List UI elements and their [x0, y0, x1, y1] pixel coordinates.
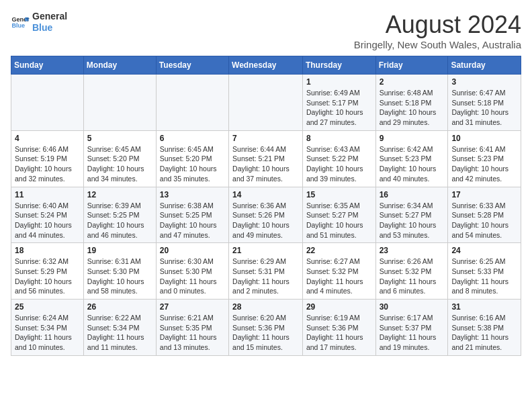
calendar-title: August 2024 — [354, 11, 521, 39]
weekday-header: Wednesday — [229, 56, 303, 75]
day-number: 2 — [380, 77, 445, 87]
day-info: Sunrise: 6:21 AM Sunset: 5:35 PM Dayligh… — [160, 313, 225, 353]
day-number: 9 — [380, 134, 445, 143]
calendar-cell: 18Sunrise: 6:32 AM Sunset: 5:29 PM Dayli… — [11, 243, 84, 300]
day-number: 11 — [15, 190, 80, 199]
day-number: 6 — [160, 134, 225, 143]
day-number: 20 — [160, 246, 225, 255]
day-info: Sunrise: 6:38 AM Sunset: 5:25 PM Dayligh… — [160, 201, 225, 240]
calendar-cell: 24Sunrise: 6:25 AM Sunset: 5:33 PM Dayli… — [448, 243, 521, 300]
calendar-week-row: 1Sunrise: 6:49 AM Sunset: 5:17 PM Daylig… — [11, 75, 521, 131]
calendar-cell: 22Sunrise: 6:27 AM Sunset: 5:32 PM Dayli… — [302, 243, 375, 300]
calendar-cell: 5Sunrise: 6:45 AM Sunset: 5:20 PM Daylig… — [83, 130, 156, 187]
calendar-cell — [229, 75, 303, 131]
day-info: Sunrise: 6:36 AM Sunset: 5:26 PM Dayligh… — [232, 201, 299, 240]
calendar-cell: 15Sunrise: 6:35 AM Sunset: 5:27 PM Dayli… — [302, 187, 375, 243]
calendar-cell: 26Sunrise: 6:22 AM Sunset: 5:34 PM Dayli… — [83, 300, 156, 356]
calendar-week-row: 18Sunrise: 6:32 AM Sunset: 5:29 PM Dayli… — [11, 243, 521, 300]
calendar-cell: 6Sunrise: 6:45 AM Sunset: 5:20 PM Daylig… — [156, 130, 228, 187]
day-info: Sunrise: 6:47 AM Sunset: 5:18 PM Dayligh… — [451, 88, 517, 128]
calendar-cell: 12Sunrise: 6:39 AM Sunset: 5:25 PM Dayli… — [83, 187, 156, 243]
day-number: 1 — [306, 77, 372, 87]
logo-icon: General Blue — [11, 13, 30, 32]
day-info: Sunrise: 6:17 AM Sunset: 5:37 PM Dayligh… — [380, 313, 445, 353]
day-number: 17 — [451, 190, 517, 199]
day-info: Sunrise: 6:42 AM Sunset: 5:23 PM Dayligh… — [380, 144, 445, 184]
day-info: Sunrise: 6:16 AM Sunset: 5:38 PM Dayligh… — [451, 313, 517, 353]
weekday-header: Saturday — [448, 56, 521, 75]
day-number: 29 — [306, 302, 372, 312]
day-number: 28 — [232, 302, 299, 312]
calendar-cell: 28Sunrise: 6:20 AM Sunset: 5:36 PM Dayli… — [229, 300, 303, 356]
day-info: Sunrise: 6:20 AM Sunset: 5:36 PM Dayligh… — [232, 313, 299, 353]
day-info: Sunrise: 6:25 AM Sunset: 5:33 PM Dayligh… — [451, 257, 517, 296]
calendar-cell: 21Sunrise: 6:29 AM Sunset: 5:31 PM Dayli… — [229, 243, 303, 300]
calendar-cell: 23Sunrise: 6:26 AM Sunset: 5:32 PM Dayli… — [375, 243, 448, 300]
calendar-week-row: 11Sunrise: 6:40 AM Sunset: 5:24 PM Dayli… — [11, 187, 521, 243]
day-info: Sunrise: 6:29 AM Sunset: 5:31 PM Dayligh… — [232, 257, 299, 296]
day-info: Sunrise: 6:32 AM Sunset: 5:29 PM Dayligh… — [15, 257, 80, 296]
logo: General Blue General Blue — [11, 11, 67, 34]
day-info: Sunrise: 6:33 AM Sunset: 5:28 PM Dayligh… — [451, 201, 517, 240]
calendar-week-row: 25Sunrise: 6:24 AM Sunset: 5:34 PM Dayli… — [11, 300, 521, 356]
calendar-cell: 7Sunrise: 6:44 AM Sunset: 5:21 PM Daylig… — [229, 130, 303, 187]
day-number: 4 — [15, 134, 80, 143]
calendar-table: SundayMondayTuesdayWednesdayThursdayFrid… — [11, 56, 521, 356]
calendar-cell: 1Sunrise: 6:49 AM Sunset: 5:17 PM Daylig… — [302, 75, 375, 131]
day-number: 12 — [87, 190, 152, 199]
day-info: Sunrise: 6:40 AM Sunset: 5:24 PM Dayligh… — [15, 201, 80, 240]
calendar-subtitle: Bringelly, New South Wales, Australia — [354, 39, 521, 50]
weekday-header-row: SundayMondayTuesdayWednesdayThursdayFrid… — [11, 56, 521, 75]
day-info: Sunrise: 6:30 AM Sunset: 5:30 PM Dayligh… — [160, 257, 225, 296]
day-number: 10 — [451, 134, 517, 143]
weekday-header: Sunday — [11, 56, 84, 75]
day-number: 7 — [232, 134, 299, 143]
svg-text:Blue: Blue — [11, 22, 25, 29]
day-info: Sunrise: 6:41 AM Sunset: 5:23 PM Dayligh… — [451, 144, 517, 184]
day-info: Sunrise: 6:39 AM Sunset: 5:25 PM Dayligh… — [87, 201, 152, 240]
calendar-cell: 14Sunrise: 6:36 AM Sunset: 5:26 PM Dayli… — [229, 187, 303, 243]
day-number: 8 — [306, 134, 372, 143]
weekday-header: Monday — [83, 56, 156, 75]
day-info: Sunrise: 6:22 AM Sunset: 5:34 PM Dayligh… — [87, 313, 152, 353]
day-info: Sunrise: 6:45 AM Sunset: 5:20 PM Dayligh… — [87, 144, 152, 184]
day-number: 22 — [306, 246, 372, 255]
calendar-cell: 17Sunrise: 6:33 AM Sunset: 5:28 PM Dayli… — [448, 187, 521, 243]
day-info: Sunrise: 6:48 AM Sunset: 5:18 PM Dayligh… — [380, 88, 445, 128]
day-number: 26 — [87, 302, 152, 312]
day-info: Sunrise: 6:44 AM Sunset: 5:21 PM Dayligh… — [232, 144, 299, 184]
day-number: 24 — [451, 246, 517, 255]
day-number: 25 — [15, 302, 80, 312]
day-number: 16 — [380, 190, 445, 199]
day-number: 30 — [380, 302, 445, 312]
day-number: 13 — [160, 190, 225, 199]
day-info: Sunrise: 6:31 AM Sunset: 5:30 PM Dayligh… — [87, 257, 152, 296]
day-number: 19 — [87, 246, 152, 255]
calendar-cell: 27Sunrise: 6:21 AM Sunset: 5:35 PM Dayli… — [156, 300, 228, 356]
calendar-cell: 16Sunrise: 6:34 AM Sunset: 5:27 PM Dayli… — [375, 187, 448, 243]
calendar-cell: 9Sunrise: 6:42 AM Sunset: 5:23 PM Daylig… — [375, 130, 448, 187]
calendar-cell: 8Sunrise: 6:43 AM Sunset: 5:22 PM Daylig… — [302, 130, 375, 187]
calendar-cell: 20Sunrise: 6:30 AM Sunset: 5:30 PM Dayli… — [156, 243, 228, 300]
calendar-cell — [11, 75, 84, 131]
day-info: Sunrise: 6:26 AM Sunset: 5:32 PM Dayligh… — [380, 257, 445, 296]
calendar-cell — [156, 75, 228, 131]
day-number: 3 — [451, 77, 517, 87]
day-info: Sunrise: 6:45 AM Sunset: 5:20 PM Dayligh… — [160, 144, 225, 184]
title-area: August 2024 Bringelly, New South Wales, … — [354, 11, 521, 50]
logo-general: General — [32, 11, 67, 22]
calendar-cell — [83, 75, 156, 131]
day-number: 31 — [451, 302, 517, 312]
calendar-cell: 3Sunrise: 6:47 AM Sunset: 5:18 PM Daylig… — [448, 75, 521, 131]
header: General Blue General Blue August 2024 Br… — [11, 11, 521, 50]
day-number: 18 — [15, 246, 80, 255]
day-info: Sunrise: 6:24 AM Sunset: 5:34 PM Dayligh… — [15, 313, 80, 353]
logo-blue: Blue — [32, 22, 67, 34]
calendar-cell: 10Sunrise: 6:41 AM Sunset: 5:23 PM Dayli… — [448, 130, 521, 187]
calendar-cell: 30Sunrise: 6:17 AM Sunset: 5:37 PM Dayli… — [375, 300, 448, 356]
day-info: Sunrise: 6:49 AM Sunset: 5:17 PM Dayligh… — [306, 88, 372, 128]
day-info: Sunrise: 6:34 AM Sunset: 5:27 PM Dayligh… — [380, 201, 445, 240]
weekday-header: Tuesday — [156, 56, 228, 75]
day-number: 21 — [232, 246, 299, 255]
calendar-week-row: 4Sunrise: 6:46 AM Sunset: 5:19 PM Daylig… — [11, 130, 521, 187]
